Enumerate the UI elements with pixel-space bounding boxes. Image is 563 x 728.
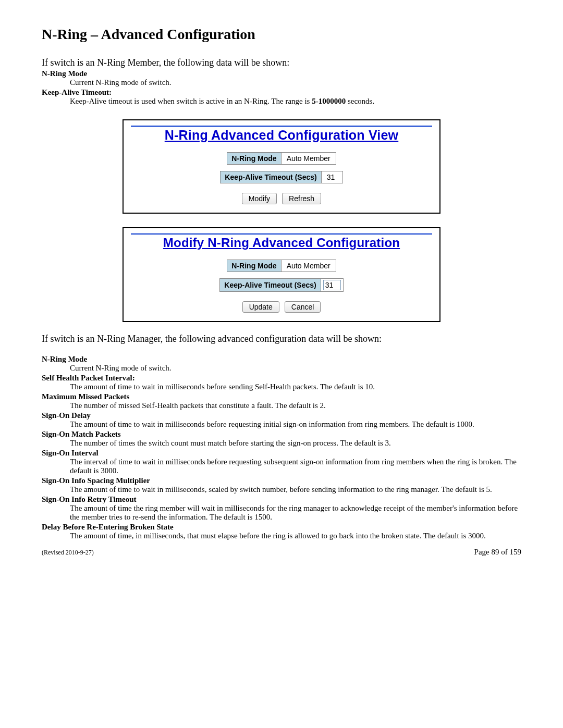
- def-desc-signon-delay: The amount of time to wait in millisecon…: [70, 420, 521, 429]
- modify-mode-value: Auto Member: [282, 260, 336, 272]
- view-mode-value: Auto Member: [282, 153, 336, 164]
- modify-panel-title: Modify N-Ring Advanced Configuration: [131, 233, 432, 250]
- keepalive-desc-pre: Keep-Alive timeout is used when switch i…: [70, 97, 312, 105]
- modify-keepalive-label: Keep-Alive Timeout (Secs): [220, 279, 321, 291]
- page-footer: (Revised 2010-9-27) Page 89 of 159: [42, 548, 521, 557]
- def-term-mgr-mode: N-Ring Mode: [42, 355, 521, 364]
- def-desc-mode: Current N-Ring mode of switch.: [70, 78, 521, 87]
- modify-mode-row: N-Ring Mode Auto Member: [227, 260, 336, 272]
- view-keepalive-value: 31: [322, 171, 342, 183]
- def-term-signon-interval: Sign-On Interval: [42, 449, 521, 458]
- def-desc-mgr-mode: Current N-Ring mode of switch.: [70, 364, 521, 373]
- manager-intro: If switch is an N-Ring Manager, the foll…: [42, 334, 521, 344]
- keepalive-input[interactable]: [323, 280, 341, 290]
- page-number: Page 89 of 159: [474, 548, 521, 557]
- refresh-button[interactable]: Refresh: [282, 193, 321, 204]
- keepalive-range: 5-1000000: [312, 97, 346, 105]
- view-keepalive-row: Keep-Alive Timeout (Secs) 31: [220, 171, 342, 183]
- def-term-mode: N-Ring Mode: [42, 69, 521, 78]
- view-panel: N-Ring Advanced Configuration View N-Rin…: [123, 119, 440, 214]
- view-panel-title: N-Ring Advanced Configuration View: [131, 126, 432, 143]
- modify-button[interactable]: Modify: [242, 193, 277, 204]
- revised-date: (Revised 2010-9-27): [42, 549, 94, 557]
- def-desc-delay-broken: The amount of time, in milliseconds, tha…: [70, 532, 521, 540]
- view-mode-row: N-Ring Mode Auto Member: [227, 152, 336, 165]
- view-mode-label: N-Ring Mode: [227, 153, 281, 164]
- member-intro: If switch is an N-Ring Member, the follo…: [42, 57, 521, 68]
- modify-panel: Modify N-Ring Advanced Configuration N-R…: [123, 227, 440, 322]
- def-term-signon-retry: Sign-On Info Retry Timeout: [42, 495, 521, 504]
- def-desc-signon-interval: The interval of time to wait in millisec…: [70, 458, 521, 475]
- def-desc-signon-retry: The amount of time the ring member will …: [70, 504, 521, 522]
- def-term-selfhealth: Self Health Packet Interval:: [42, 374, 521, 382]
- modify-keepalive-row: Keep-Alive Timeout (Secs): [219, 278, 343, 292]
- def-desc-signon-spacing: The amount of time to wait in millisecon…: [70, 485, 521, 494]
- keepalive-desc-post: seconds.: [346, 97, 374, 105]
- view-keepalive-label: Keep-Alive Timeout (Secs): [221, 171, 321, 183]
- member-definitions: N-Ring Mode Current N-Ring mode of switc…: [42, 69, 521, 106]
- page-title: N-Ring – Advanced Configuration: [42, 26, 521, 43]
- def-desc-keepalive: Keep-Alive timeout is used when switch i…: [70, 97, 521, 106]
- def-term-maxmissed: Maximum Missed Packets: [42, 392, 521, 401]
- modify-mode-label: N-Ring Mode: [227, 260, 281, 272]
- def-term-signon-match: Sign-On Match Packets: [42, 430, 521, 439]
- def-desc-signon-match: The number of times the switch count mus…: [70, 439, 521, 448]
- def-term-signon-delay: Sign-On Delay: [42, 411, 521, 420]
- def-term-delay-broken: Delay Before Re-Entering Broken State: [42, 523, 521, 532]
- manager-definitions: N-Ring Mode Current N-Ring mode of switc…: [42, 355, 521, 540]
- def-term-signon-spacing: Sign-On Info Spacing Multiplier: [42, 476, 521, 485]
- def-term-keepalive: Keep-Alive Timeout:: [42, 88, 521, 97]
- cancel-button[interactable]: Cancel: [285, 301, 321, 313]
- def-desc-maxmissed: The number of missed Self-Health packets…: [70, 401, 521, 410]
- update-button[interactable]: Update: [242, 301, 279, 313]
- def-desc-selfhealth: The amount of time to wait in millisecon…: [70, 382, 521, 391]
